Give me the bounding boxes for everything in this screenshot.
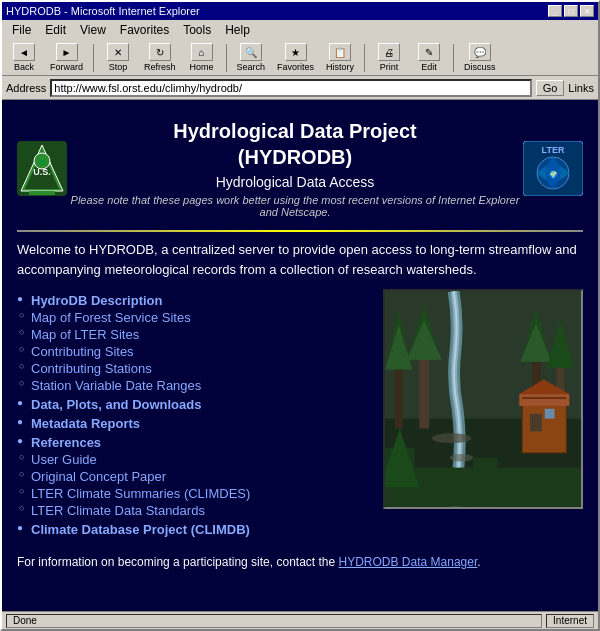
address-label: Address [6, 82, 46, 94]
contributing-sites-link[interactable]: Contributing Sites [17, 344, 373, 359]
forward-button[interactable]: ► Forward [46, 42, 87, 73]
station-variable-date-link[interactable]: Station Variable Date Ranges [17, 378, 373, 393]
print-icon: 🖨 [378, 43, 400, 61]
menu-tools[interactable]: Tools [177, 22, 217, 38]
svg-rect-25 [522, 399, 566, 453]
home-icon: ⌂ [191, 43, 213, 61]
print-button[interactable]: 🖨 Print [371, 42, 407, 73]
back-button[interactable]: ◄ Back [6, 42, 42, 73]
stop-button[interactable]: ✕ Stop [100, 42, 136, 73]
svg-rect-29 [545, 409, 555, 419]
stop-icon: ✕ [107, 43, 129, 61]
user-guide-link[interactable]: User Guide [17, 452, 373, 467]
svg-point-32 [450, 454, 474, 462]
map-lter-link[interactable]: Map of LTER Sites [17, 327, 373, 342]
history-button[interactable]: 📋 History [322, 42, 358, 73]
lter-climate-standards-link[interactable]: LTER Climate Data Standards [17, 503, 373, 518]
window-controls: _ □ ✕ [548, 5, 594, 17]
hydrodb-description-item: HydroDB Description [17, 293, 373, 308]
menu-favorites[interactable]: Favorites [114, 22, 175, 38]
site-image [383, 289, 583, 509]
footer-text: For information on becoming a participat… [17, 553, 583, 579]
climate-database-link[interactable]: Climate Database Project (CLIMDB) [31, 522, 373, 537]
usfs-logo: U.S. 🌲 [17, 141, 67, 196]
status-right: Internet [546, 614, 594, 628]
hydrodb-manager-link[interactable]: HYDRODB Data Manager [339, 555, 478, 569]
forest-scene-svg [385, 291, 581, 507]
metadata-reports-link[interactable]: Metadata Reports [31, 416, 373, 431]
history-icon: 📋 [329, 43, 351, 61]
welcome-text: Welcome to HYDRODB, a centralized server… [17, 240, 583, 279]
svg-rect-26 [519, 394, 569, 406]
header-center: Hydrological Data Project (HYDRODB) Hydr… [67, 118, 523, 218]
home-button[interactable]: ⌂ Home [184, 42, 220, 73]
minimize-button[interactable]: _ [548, 5, 562, 17]
back-icon: ◄ [13, 43, 35, 61]
data-plots-item: Data, Plots, and Downloads [17, 397, 373, 412]
go-button[interactable]: Go [536, 80, 565, 96]
menu-help[interactable]: Help [219, 22, 256, 38]
page-content: U.S. 🌲 Hydrological Data Project (HYDROD… [2, 100, 598, 611]
page-inner: U.S. 🌲 Hydrological Data Project (HYDROD… [2, 100, 598, 589]
forward-icon: ► [56, 43, 78, 61]
links-label: Links [568, 82, 594, 94]
address-input[interactable] [50, 79, 531, 97]
lter-logo: LTER 🌍 [523, 141, 583, 196]
toolbar-separator-2 [226, 44, 227, 72]
data-plots-link[interactable]: Data, Plots, and Downloads [31, 397, 373, 412]
toolbar-separator-1 [93, 44, 94, 72]
status-done: Done [6, 614, 542, 628]
edit-icon: ✎ [418, 43, 440, 61]
window-title: HYDRODB - Microsoft Internet Explorer [6, 5, 200, 17]
menu-bar: File Edit View Favorites Tools Help [2, 20, 598, 40]
svg-point-31 [432, 433, 471, 443]
toolbar-separator-3 [364, 44, 365, 72]
search-icon: 🔍 [240, 43, 262, 61]
svg-text:LTER: LTER [542, 145, 565, 155]
svg-text:🌲: 🌲 [38, 157, 47, 166]
status-bar: Done Internet [2, 611, 598, 629]
browser-window: HYDRODB - Microsoft Internet Explorer _ … [0, 0, 600, 631]
menu-file[interactable]: File [6, 22, 37, 38]
search-button[interactable]: 🔍 Search [233, 42, 270, 73]
edit-button[interactable]: ✎ Edit [411, 42, 447, 73]
header-divider [17, 230, 583, 232]
refresh-button[interactable]: ↻ Refresh [140, 42, 180, 73]
hydrodb-description-link[interactable]: HydroDB Description [31, 293, 373, 308]
menu-edit[interactable]: Edit [39, 22, 72, 38]
toolbar-separator-4 [453, 44, 454, 72]
contributing-stations-link[interactable]: Contributing Stations [17, 361, 373, 376]
menu-view[interactable]: View [74, 22, 112, 38]
status-panel-internet: Internet [546, 614, 594, 628]
favorites-button[interactable]: ★ Favorites [273, 42, 318, 73]
svg-rect-36 [473, 458, 498, 507]
refresh-icon: ↻ [149, 43, 171, 61]
metadata-reports-item: Metadata Reports [17, 416, 373, 431]
close-button[interactable]: ✕ [580, 5, 594, 17]
svg-rect-6 [29, 191, 55, 195]
page-subtitle: Hydrological Data Access [67, 174, 523, 190]
svg-rect-30 [522, 397, 566, 399]
climate-database-item: Climate Database Project (CLIMDB) [17, 522, 373, 537]
navigation-section: HydroDB Description Map of Forest Servic… [17, 289, 373, 539]
content-area: HydroDB Description Map of Forest Servic… [17, 289, 583, 539]
page-main-title: Hydrological Data Project (HYDRODB) [67, 118, 523, 170]
header-note: Please note that these pages work better… [67, 194, 523, 218]
original-concept-link[interactable]: Original Concept Paper [17, 469, 373, 484]
maximize-button[interactable]: □ [564, 5, 578, 17]
status-panel-done: Done [6, 614, 542, 628]
toolbar: ◄ Back ► Forward ✕ Stop ↻ Refresh ⌂ Home… [2, 40, 598, 76]
references-link[interactable]: References [31, 435, 373, 450]
page-header: U.S. 🌲 Hydrological Data Project (HYDROD… [17, 110, 583, 222]
svg-rect-28 [530, 414, 542, 432]
references-item: References [17, 435, 373, 450]
discuss-icon: 💬 [469, 43, 491, 61]
map-forest-service-link[interactable]: Map of Forest Service Sites [17, 310, 373, 325]
svg-text:🌍: 🌍 [549, 170, 558, 179]
discuss-button[interactable]: 💬 Discuss [460, 42, 500, 73]
lter-climate-summaries-link[interactable]: LTER Climate Summaries (CLIMDES) [17, 486, 373, 501]
title-bar: HYDRODB - Microsoft Internet Explorer _ … [2, 2, 598, 20]
favorites-icon: ★ [285, 43, 307, 61]
address-bar: Address Go Links [2, 76, 598, 100]
